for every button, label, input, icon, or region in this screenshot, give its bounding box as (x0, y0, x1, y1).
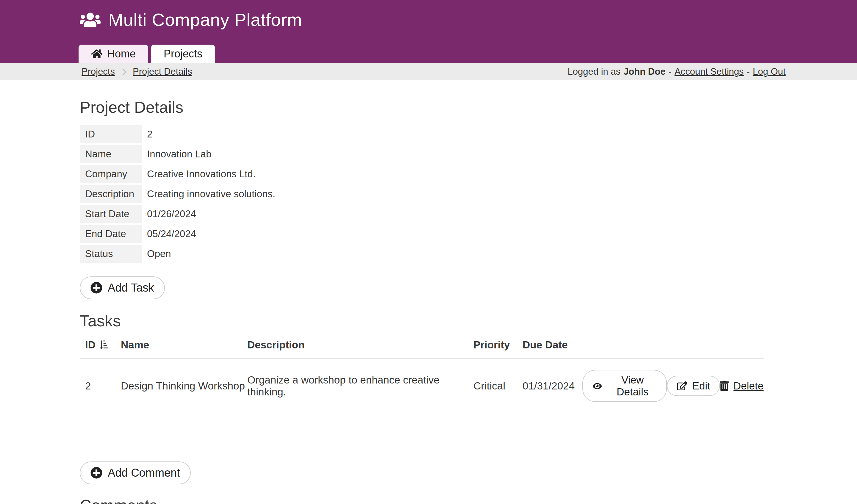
tab-projects-label: Projects (164, 48, 202, 60)
logged-in-prefix: Logged in as (568, 66, 621, 77)
eye-icon (592, 382, 603, 390)
plus-circle-icon (90, 282, 102, 293)
delete-link[interactable]: Delete (720, 380, 763, 392)
tasks-col-priority: Priority (473, 339, 522, 351)
detail-row-name: Name Innovation Lab (80, 145, 857, 163)
task-id: 2 (80, 380, 121, 392)
detail-value: Innovation Lab (142, 149, 212, 160)
userbar-separator: - (746, 66, 750, 77)
chevron-right-icon (121, 68, 126, 75)
tasks-table-header: ID Name Description Priority Due Date (80, 335, 763, 358)
detail-label: Name (80, 145, 142, 163)
sort-icon[interactable] (99, 339, 109, 350)
trash-icon (720, 381, 729, 391)
detail-value: Creating innovative solutions. (142, 188, 275, 200)
detail-label: Start Date (80, 205, 142, 223)
breadcrumb-bar: Projects Project Details Logged in as Jo… (0, 63, 857, 80)
app-title-row: Multi Company Platform (0, 0, 857, 30)
detail-value: 05/24/2024 (142, 228, 196, 239)
add-task-label: Add Task (108, 282, 154, 294)
tasks-heading: Tasks (80, 311, 857, 331)
userbar-separator: - (668, 66, 671, 77)
tab-home-label: Home (107, 48, 136, 60)
main-content: Project Details ID 2 Name Innovation Lab… (0, 80, 857, 504)
app-title: Multi Company Platform (108, 10, 302, 30)
detail-row-end-date: End Date 05/24/2024 (80, 225, 857, 243)
detail-value: 2 (142, 129, 152, 140)
detail-label: ID (80, 125, 142, 143)
detail-row-start-date: Start Date 01/26/2024 (80, 205, 857, 223)
detail-label: Company (80, 165, 142, 183)
detail-value: Creative Innovations Ltd. (142, 168, 256, 180)
home-icon (91, 49, 102, 59)
log-out-link[interactable]: Log Out (753, 66, 786, 77)
tab-home[interactable]: Home (79, 45, 148, 63)
detail-label: Status (80, 245, 142, 263)
add-comment-label: Add Comment (108, 467, 180, 479)
spacer (80, 415, 857, 461)
view-details-button[interactable]: View Details (582, 370, 667, 402)
plus-circle-icon (90, 467, 102, 479)
breadcrumb-link-project-details[interactable]: Project Details (133, 66, 192, 77)
detail-label: Description (80, 185, 142, 203)
task-priority: Critical (473, 380, 522, 392)
main-tabs: Home Projects (79, 45, 215, 63)
tasks-table: ID Name Description Priority Due Date 2 … (80, 335, 763, 415)
task-row: 2 Design Thinking Workshop Organize a wo… (80, 358, 763, 415)
app-header: Multi Company Platform Home Projects (0, 0, 857, 63)
tasks-col-description: Description (247, 339, 473, 351)
account-settings-link[interactable]: Account Settings (675, 66, 744, 77)
detail-row-company: Company Creative Innovations Ltd. (80, 165, 857, 183)
add-comment-button[interactable]: Add Comment (80, 461, 191, 484)
delete-label: Delete (734, 380, 763, 392)
tasks-col-id: ID (80, 339, 121, 351)
breadcrumb: Projects Project Details (82, 66, 192, 77)
detail-value: Open (142, 248, 171, 259)
tasks-col-name: Name (121, 339, 247, 351)
tasks-col-due-date: Due Date (522, 339, 575, 351)
detail-row-id: ID 2 (80, 125, 857, 143)
detail-row-status: Status Open (80, 245, 857, 263)
users-icon (80, 12, 101, 28)
task-description: Organize a workshop to enhance creative … (247, 374, 473, 398)
edit-label: Edit (692, 380, 710, 392)
page-title: Project Details (80, 98, 857, 117)
username: John Doe (623, 66, 665, 77)
breadcrumb-link-projects[interactable]: Projects (82, 66, 115, 77)
detail-label: End Date (80, 225, 142, 243)
userbar: Logged in as John Doe - Account Settings… (568, 66, 786, 77)
detail-row-description: Description Creating innovative solution… (80, 185, 857, 203)
task-name: Design Thinking Workshop (121, 380, 247, 392)
view-details-label: View Details (608, 374, 657, 398)
comments-heading: Comments (80, 496, 857, 504)
task-due-date: 01/31/2024 (522, 380, 575, 392)
project-details-table: ID 2 Name Innovation Lab Company Creativ… (80, 125, 857, 263)
detail-value: 01/26/2024 (142, 208, 196, 220)
task-actions: View Details Edit Delete (575, 370, 763, 402)
edit-button[interactable]: Edit (667, 376, 720, 396)
edit-icon (676, 382, 687, 390)
add-task-button[interactable]: Add Task (80, 276, 165, 299)
tab-projects[interactable]: Projects (151, 45, 215, 63)
